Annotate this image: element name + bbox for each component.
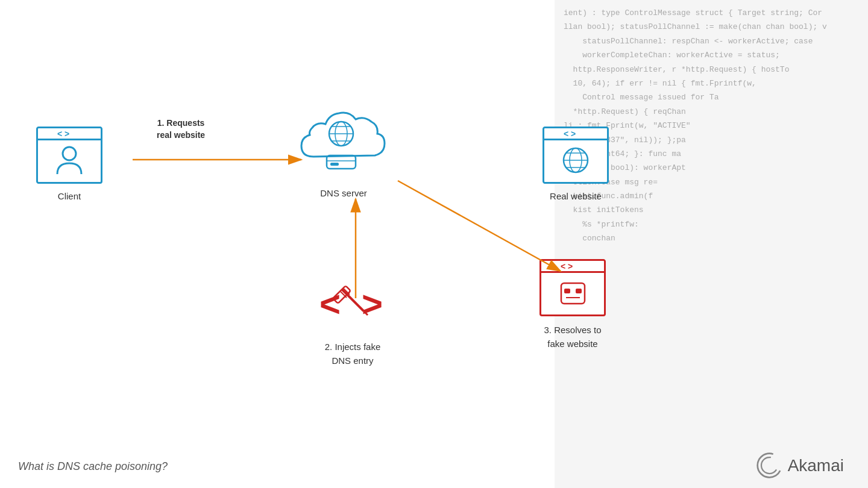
- bottom-question: What is DNS cache poisoning?: [18, 460, 168, 473]
- svg-text:< >: < >: [561, 262, 573, 271]
- svg-point-2: [63, 147, 76, 160]
- real-website-label: Real website: [550, 191, 602, 201]
- svg-rect-27: [576, 289, 582, 293]
- fake-website-icon-box: < > 3. Resolves tofake website: [539, 259, 606, 351]
- fake-website-brackets-icon: < >: [561, 262, 585, 271]
- svg-rect-25: [561, 283, 585, 304]
- fake-website-frame: < >: [539, 259, 606, 316]
- attacker-icon-box: < > 2. Injects fakeDNS entry: [316, 277, 389, 368]
- brackets-icon: < >: [57, 130, 81, 138]
- svg-point-30: [761, 457, 778, 474]
- real-website-frame: < >: [542, 127, 609, 184]
- real-website-icon-box: < > Real website: [542, 127, 609, 201]
- real-website-brackets-icon: < >: [564, 130, 588, 138]
- svg-text:>: >: [362, 284, 383, 324]
- fake-website-header: < >: [541, 261, 604, 273]
- fake-website-label: 3. Resolves tofake website: [544, 324, 601, 351]
- client-icon-box: < > Client: [36, 127, 102, 201]
- svg-text:< >: < >: [564, 130, 576, 138]
- arrow-dns-to-fake: [398, 181, 561, 271]
- akamai-text: Akamai: [788, 456, 844, 475]
- svg-text:<: <: [319, 284, 341, 324]
- svg-text:< >: < >: [57, 130, 69, 138]
- dns-cloud-svg: [295, 102, 392, 181]
- dns-server-icon-box: DNS server: [295, 102, 392, 198]
- attacker-svg: < >: [316, 277, 389, 337]
- fake-website-villain-icon: [556, 278, 590, 311]
- dns-label: DNS server: [320, 188, 367, 198]
- arrow1-label: 1. Requestsreal website: [157, 117, 205, 141]
- akamai-logo: Akamai: [756, 452, 844, 479]
- client-person-icon: [54, 144, 84, 180]
- svg-line-19: [342, 289, 363, 311]
- svg-rect-26: [564, 289, 570, 293]
- svg-rect-8: [327, 155, 356, 169]
- real-website-header: < >: [544, 128, 607, 140]
- svg-rect-10: [330, 163, 339, 166]
- attacker-label: 2. Injects fakeDNS entry: [325, 340, 381, 368]
- akamai-icon-svg: [756, 452, 783, 479]
- client-frame: < >: [36, 127, 102, 184]
- real-website-globe-icon: [559, 144, 593, 180]
- client-label: Client: [58, 191, 81, 201]
- client-frame-header: < >: [38, 128, 101, 140]
- arrows-svg: [0, 0, 868, 488]
